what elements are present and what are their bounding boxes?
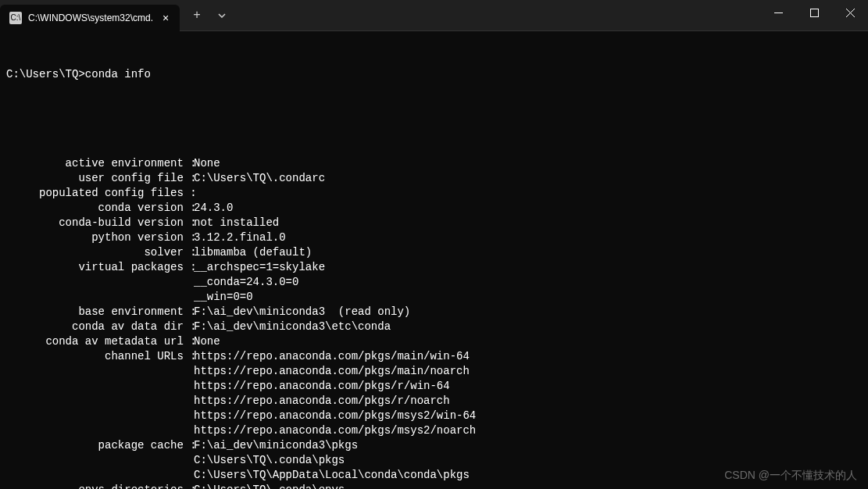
info-row: user config file :C:\Users\TQ\.condarc (6, 171, 862, 186)
conda-info-output: active environment :None user config fil… (6, 156, 862, 489)
info-label (6, 409, 188, 423)
info-row: base environment :F:\ai_dev\miniconda3 (… (6, 305, 862, 319)
info-row: https://repo.anaconda.com/pkgs/r/win-64 (6, 379, 862, 394)
info-value: C:\Users\TQ\AppData\Local\conda\conda\pk… (188, 468, 470, 483)
tab-title: C:\WINDOWS\system32\cmd. (28, 12, 153, 23)
info-row: C:\Users\TQ\.conda\pkgs (6, 453, 862, 468)
info-row: envs directories :C:\Users\TQ\.conda\env… (6, 483, 862, 489)
svg-rect-1 (810, 9, 818, 16)
info-label (6, 364, 188, 379)
info-label: conda-build version : (6, 216, 188, 230)
info-value: F:\ai_dev\miniconda3 (read only) (188, 305, 410, 319)
info-value: 3.12.2.final.0 (188, 230, 286, 245)
info-value: https://repo.anaconda.com/pkgs/main/noar… (188, 364, 470, 379)
info-label: package cache : (6, 438, 188, 453)
info-row: conda av data dir :F:\ai_dev\miniconda3\… (6, 319, 862, 334)
info-value: https://repo.anaconda.com/pkgs/msys2/noa… (188, 423, 476, 438)
info-row: populated config files : (6, 186, 862, 201)
info-label: channel URLs : (6, 349, 188, 364)
info-value: C:\Users\TQ\.condarc (188, 171, 325, 186)
info-value: https://repo.anaconda.com/pkgs/main/win-… (188, 349, 470, 364)
cmd-icon: C:\ (9, 12, 22, 24)
info-value: not installed (188, 216, 279, 230)
info-label: python version : (6, 230, 188, 245)
minimize-button[interactable] (760, 0, 796, 25)
info-label: conda av data dir : (6, 319, 188, 334)
info-value: __win=0=0 (188, 290, 253, 305)
info-label (6, 468, 188, 483)
tabs-area: C:\ C:\WINDOWS\system32\cmd. × + (0, 0, 234, 30)
info-row: https://repo.anaconda.com/pkgs/main/noar… (6, 364, 862, 379)
info-row: python version :3.12.2.final.0 (6, 230, 862, 245)
info-value: None (188, 156, 220, 171)
info-value: C:\Users\TQ\.conda\envs (188, 483, 345, 489)
info-value: C:\Users\TQ\.conda\pkgs (188, 453, 345, 468)
info-value: https://repo.anaconda.com/pkgs/r/noarch (188, 394, 450, 409)
info-value: libmamba (default) (188, 245, 312, 260)
info-value: F:\ai_dev\miniconda3\pkgs (188, 438, 358, 453)
info-row: channel URLs :https://repo.anaconda.com/… (6, 349, 862, 364)
info-value: 24.3.0 (188, 201, 233, 216)
info-label: virtual packages : (6, 260, 188, 275)
info-label: user config file : (6, 171, 188, 186)
info-row: conda-build version :not installed (6, 216, 862, 230)
info-row: conda av metadata url :None (6, 334, 862, 349)
minimize-icon (774, 12, 783, 13)
blank-line (6, 112, 862, 127)
info-value: None (188, 334, 220, 349)
info-label (6, 379, 188, 394)
tab-close-button[interactable]: × (159, 12, 172, 24)
info-value: __conda=24.3.0=0 (188, 275, 298, 290)
prompt-line: C:\Users\TQ>conda info (6, 67, 862, 82)
prompt: C:\Users\TQ> (6, 68, 85, 80)
info-label (6, 394, 188, 409)
info-value (188, 186, 194, 201)
command: conda info (85, 68, 151, 80)
watermark: CSDN @一个不懂技术的人 (724, 469, 857, 483)
info-row: active environment :None (6, 156, 862, 171)
info-label (6, 453, 188, 468)
chevron-down-icon (218, 13, 226, 18)
close-button[interactable] (832, 0, 868, 25)
svg-rect-0 (774, 12, 783, 13)
info-label: conda av metadata url : (6, 334, 188, 349)
terminal-output[interactable]: C:\Users\TQ>conda info active environmen… (0, 31, 868, 489)
info-label (6, 290, 188, 305)
info-value: __archspec=1=skylake (188, 260, 325, 275)
info-row: https://repo.anaconda.com/pkgs/r/noarch (6, 394, 862, 409)
info-label (6, 275, 188, 290)
maximize-button[interactable] (796, 0, 832, 25)
tab-dropdown-button[interactable] (209, 3, 234, 28)
info-label: conda version : (6, 201, 188, 216)
titlebar: C:\ C:\WINDOWS\system32\cmd. × + (0, 0, 868, 31)
info-value: https://repo.anaconda.com/pkgs/msys2/win… (188, 409, 476, 423)
info-row: virtual packages :__archspec=1=skylake (6, 260, 862, 275)
info-label: base environment : (6, 305, 188, 319)
info-row: __conda=24.3.0=0 (6, 275, 862, 290)
info-row: solver :libmamba (default) (6, 245, 862, 260)
info-value: https://repo.anaconda.com/pkgs/r/win-64 (188, 379, 450, 394)
info-row: conda version :24.3.0 (6, 201, 862, 216)
info-label: active environment : (6, 156, 188, 171)
window-controls (760, 0, 868, 30)
info-label: solver : (6, 245, 188, 260)
info-row: __win=0=0 (6, 290, 862, 305)
info-value: F:\ai_dev\miniconda3\etc\conda (188, 319, 391, 334)
tab-cmd[interactable]: C:\ C:\WINDOWS\system32\cmd. × (0, 5, 180, 31)
info-label: populated config files : (6, 186, 188, 201)
info-row: https://repo.anaconda.com/pkgs/msys2/noa… (6, 423, 862, 438)
info-row: https://repo.anaconda.com/pkgs/msys2/win… (6, 409, 862, 423)
info-row: package cache :F:\ai_dev\miniconda3\pkgs (6, 438, 862, 453)
maximize-icon (810, 9, 819, 17)
new-tab-button[interactable]: + (184, 3, 209, 28)
info-label (6, 423, 188, 438)
close-icon (846, 9, 855, 17)
info-label: envs directories : (6, 483, 188, 489)
